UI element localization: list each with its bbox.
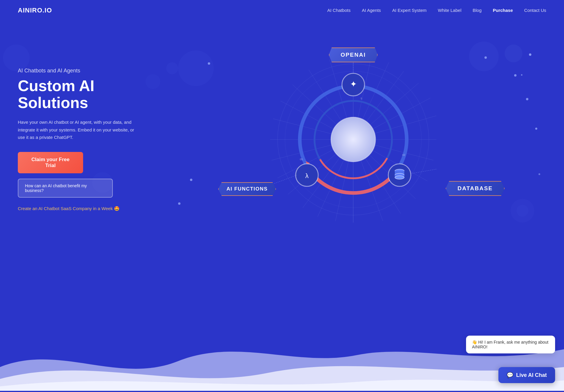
chat-bubble-message: 👋 Hi! I am Frank, ask me anything about … [466,336,555,353]
hero-left: AI Chatbots and AI Agents Custom AI Solu… [18,68,160,211]
nav-item-expert[interactable]: AI Expert System [392,8,427,13]
svg-line-48 [411,169,436,174]
diagram-svg: 5 02 05 ✦ λ [270,56,436,223]
svg-text:λ: λ [305,172,309,180]
nav-item-blog[interactable]: Blog [473,8,481,13]
live-ai-chat-button[interactable]: 💬 Live AI Chat [498,367,555,383]
nav-item-purchase[interactable]: Purchase [493,8,513,13]
hero-right: 5 02 05 ✦ λ [160,39,546,240]
nav-links: AI Chatbots AI Agents AI Expert System W… [327,8,546,13]
navbar: AINIRO.IO AI Chatbots AI Agents AI Exper… [0,0,564,21]
free-trial-button[interactable]: Claim your Free Trial [18,152,83,173]
svg-point-30 [331,117,376,162]
svg-text:05: 05 [300,158,303,161]
hero-subtitle: AI Chatbots and AI Agents [18,68,160,74]
hero-section: AI Chatbots and AI Agents Custom AI Solu… [0,21,564,240]
openai-label: OPENAI [329,47,378,62]
database-label: DATABASE [446,181,505,196]
svg-text:✦: ✦ [350,80,357,89]
nav-item-agents[interactable]: AI Agents [362,8,381,13]
chat-widget-label: Live AI Chat [516,372,547,378]
nav-item-whitelabel[interactable]: White Label [438,8,461,13]
chat-icon: 💬 [507,372,513,378]
ai-functions-label: AI FUNCTIONS [218,182,276,196]
hero-title: Custom AI Solutions [18,77,160,111]
saas-company-link[interactable]: Create an AI Chatbot SaaS Company in a W… [18,206,120,211]
svg-text:5: 5 [361,97,362,100]
nav-item-contact[interactable]: Contact Us [524,8,546,13]
logo: AINIRO.IO [18,7,52,14]
svg-text:02: 02 [402,153,405,156]
hero-description: Have your own AI chatbot or AI agent, wi… [18,118,137,141]
nav-item-chatbots[interactable]: AI Chatbots [327,8,351,13]
chatbot-benefit-button[interactable]: How can an AI chatbot benefit my busines… [18,179,113,198]
svg-line-49 [273,175,297,184]
diagram-container: 5 02 05 ✦ λ [270,56,436,223]
svg-point-46 [395,176,404,179]
